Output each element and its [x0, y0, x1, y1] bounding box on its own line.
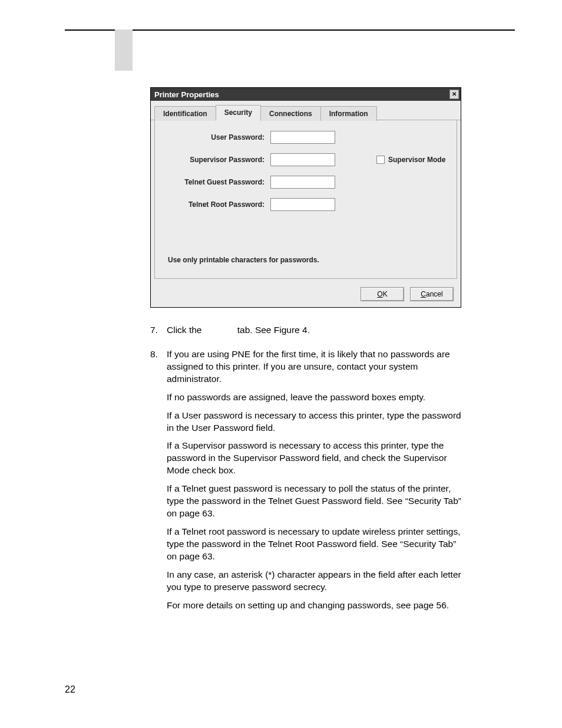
- cancel-button[interactable]: Cancel: [410, 287, 454, 301]
- page-number: 22: [65, 684, 75, 695]
- step-8-p6: If a Telnet root password is necessary t…: [167, 526, 461, 563]
- checkbox-icon: [376, 156, 385, 164]
- supervisor-mode-checkbox[interactable]: Supervisor Mode: [376, 156, 445, 164]
- instructions: 7. Click the tab. See Figure 4. 8. If yo…: [150, 324, 461, 624]
- step-7-text: Click the tab. See Figure 4.: [167, 324, 461, 337]
- step-num: 7.: [150, 324, 167, 342]
- telnet-guest-password-field[interactable]: [270, 176, 335, 189]
- row-telnet-guest-password: Telnet Guest Password:: [164, 176, 447, 189]
- row-user-password: User Password:: [164, 131, 447, 144]
- label-user-password: User Password:: [164, 133, 270, 141]
- titlebar: Printer Properties ✕: [151, 88, 461, 101]
- supervisor-mode-label: Supervisor Mode: [388, 156, 445, 164]
- step-8-p5: If a Telnet guest password is necessary …: [167, 483, 461, 520]
- step-8-p1: If you are using PNE for the first time,…: [167, 348, 461, 386]
- label-telnet-root-password: Telnet Root Password:: [164, 200, 270, 209]
- close-icon[interactable]: ✕: [449, 90, 459, 99]
- security-panel: User Password: Supervisor Password: Supe…: [154, 120, 457, 279]
- step-8-p4: If a Supervisor password is necessary to…: [167, 440, 461, 477]
- step-7: 7. Click the tab. See Figure 4.: [150, 324, 461, 342]
- tab-row: Identification Security Connections Info…: [151, 101, 461, 120]
- printer-properties-dialog: Printer Properties ✕ Identification Secu…: [150, 87, 461, 308]
- chapter-tab: [115, 29, 133, 71]
- tab-connections[interactable]: Connections: [260, 106, 321, 121]
- supervisor-password-field[interactable]: [270, 153, 335, 166]
- dialog-buttons: OK Cancel: [151, 282, 461, 307]
- tab-security[interactable]: Security: [216, 105, 261, 120]
- telnet-root-password-field[interactable]: [270, 198, 335, 211]
- step-8: 8. If you are using PNE for the first ti…: [150, 348, 461, 618]
- step-8-p3: If a User password is necessary to acces…: [167, 410, 461, 434]
- label-telnet-guest-password: Telnet Guest Password:: [164, 178, 270, 186]
- step-num: 8.: [150, 348, 167, 618]
- step-8-p7: In any case, an asterisk (*) character a…: [167, 569, 461, 594]
- row-telnet-root-password: Telnet Root Password:: [164, 198, 447, 211]
- password-hint: Use only printable characters for passwo…: [168, 256, 447, 264]
- user-password-field[interactable]: [270, 131, 335, 144]
- row-supervisor-password: Supervisor Password: Supervisor Mode: [164, 153, 447, 166]
- dialog-title: Printer Properties: [154, 90, 219, 99]
- tab-information[interactable]: Information: [320, 106, 377, 121]
- tab-identification[interactable]: Identification: [154, 106, 216, 121]
- step-8-p2: If no passwords are assigned, leave the …: [167, 391, 461, 404]
- label-supervisor-password: Supervisor Password:: [164, 156, 270, 164]
- step-8-p8: For more details on setting up and chang…: [167, 599, 461, 612]
- ok-button[interactable]: OK: [361, 287, 404, 301]
